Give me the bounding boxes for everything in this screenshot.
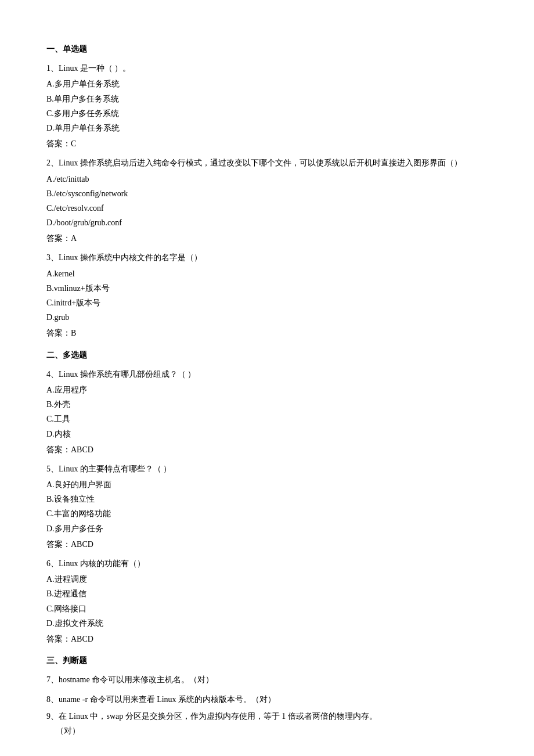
- q6-option-d: D.虚拟文件系统: [46, 616, 488, 631]
- question-7-block: 7、hostname 命令可以用来修改主机名。（对）: [46, 672, 488, 687]
- q3-answer: 答案：B: [46, 326, 488, 340]
- q1-option-a: A.多用户单任务系统: [46, 77, 488, 91]
- q4-option-d: D.内核: [46, 427, 488, 441]
- q2-answer: 答案：A: [46, 231, 488, 246]
- question-9-block: 9、在 Linux 中，swap 分区是交换分区，作为虚拟内存使用，等于 1 倍…: [46, 709, 488, 738]
- question-8-text: 8、uname -r 命令可以用来查看 Linux 系统的内核版本号。（对）: [46, 692, 488, 707]
- q4-option-c: C.工具: [46, 412, 488, 426]
- q4-option-b: B.外壳: [46, 397, 488, 412]
- section2-title: 二、多选题: [46, 348, 488, 362]
- question-9-continuation: （对）: [56, 723, 488, 738]
- q3-option-a: A.kernel: [46, 267, 488, 281]
- q1-answer: 答案：C: [46, 136, 488, 151]
- q5-option-a: A.良好的用户界面: [46, 477, 488, 492]
- q5-option-b: B.设备独立性: [46, 492, 488, 506]
- section-multi-choice: 二、多选题 4、Linux 操作系统有哪几部份组成？（ ） A.应用程序 B.外…: [46, 348, 488, 647]
- q4-option-a: A.应用程序: [46, 383, 488, 397]
- q1-option-b: B.单用户多任务系统: [46, 92, 488, 106]
- section-true-false: 三、判断题 7、hostname 命令可以用来修改主机名。（对） 8、uname…: [46, 653, 488, 738]
- section3-title: 三、判断题: [46, 653, 488, 668]
- question-4-block: 4、Linux 操作系统有哪几部份组成？（ ） A.应用程序 B.外壳 C.工具…: [46, 367, 488, 457]
- question-2-block: 2、Linux 操作系统启动后进入纯命令行模式，通过改变以下哪个文件，可以使系统…: [46, 156, 488, 246]
- section-single-choice: 一、单选题 1、Linux 是一种（ ）。 A.多用户单任务系统 B.单用户多任…: [46, 42, 488, 341]
- q5-option-c: C.丰富的网络功能: [46, 506, 488, 521]
- exam-content: 一、单选题 1、Linux 是一种（ ）。 A.多用户单任务系统 B.单用户多任…: [46, 42, 488, 738]
- q4-answer: 答案：ABCD: [46, 442, 488, 457]
- question-3-block: 3、Linux 操作系统中内核文件的名字是（） A.kernel B.vmlin…: [46, 250, 488, 340]
- q6-answer: 答案：ABCD: [46, 632, 488, 646]
- question-7-text: 7、hostname 命令可以用来修改主机名。（对）: [46, 672, 488, 687]
- q2-option-b: B./etc/sysconfig/network: [46, 186, 488, 201]
- question-5-text: 5、Linux 的主要特点有哪些？（ ）: [46, 462, 488, 476]
- q2-option-c: C./etc/resolv.conf: [46, 201, 488, 215]
- question-9-text: 9、在 Linux 中，swap 分区是交换分区，作为虚拟内存使用，等于 1 倍…: [46, 712, 377, 721]
- question-2-text: 2、Linux 操作系统启动后进入纯命令行模式，通过改变以下哪个文件，可以使系统…: [46, 156, 488, 170]
- section1-title: 一、单选题: [46, 42, 488, 56]
- q3-option-c: C.initrd+版本号: [46, 296, 488, 310]
- question-8-block: 8、uname -r 命令可以用来查看 Linux 系统的内核版本号。（对）: [46, 692, 488, 707]
- q3-option-d: D.grub: [46, 310, 488, 325]
- q1-option-d: D.单用户单任务系统: [46, 121, 488, 135]
- q3-option-b: B.vmlinuz+版本号: [46, 281, 488, 296]
- question-1-text: 1、Linux 是一种（ ）。: [46, 61, 488, 75]
- q5-answer: 答案：ABCD: [46, 537, 488, 552]
- question-4-text: 4、Linux 操作系统有哪几部份组成？（ ）: [46, 367, 488, 381]
- q6-option-c: C.网络接口: [46, 602, 488, 616]
- q2-option-a: A./etc/inittab: [46, 172, 488, 186]
- question-6-block: 6、Linux 内核的功能有（） A.进程调度 B.进程通信 C.网络接口 D.…: [46, 556, 488, 646]
- q2-option-d: D./boot/grub/grub.conf: [46, 215, 488, 230]
- q6-option-b: B.进程通信: [46, 586, 488, 601]
- question-5-block: 5、Linux 的主要特点有哪些？（ ） A.良好的用户界面 B.设备独立性 C…: [46, 462, 488, 552]
- q5-option-d: D.多用户多任务: [46, 521, 488, 536]
- question-3-text: 3、Linux 操作系统中内核文件的名字是（）: [46, 250, 488, 265]
- question-1-block: 1、Linux 是一种（ ）。 A.多用户单任务系统 B.单用户多任务系统 C.…: [46, 61, 488, 151]
- question-6-text: 6、Linux 内核的功能有（）: [46, 556, 488, 571]
- q6-option-a: A.进程调度: [46, 572, 488, 586]
- q1-option-c: C.多用户多任务系统: [46, 106, 488, 121]
